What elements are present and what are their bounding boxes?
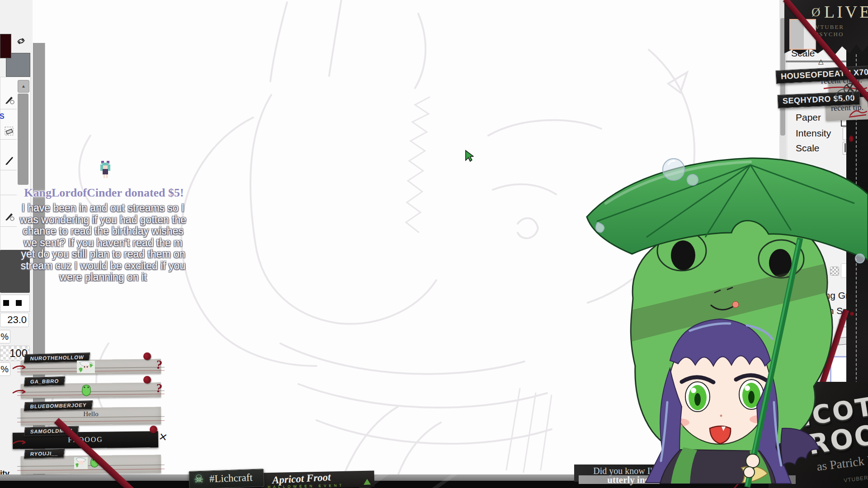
s-tool-icon[interactable]: S xyxy=(0,113,5,121)
tool-scroll-up-button[interactable]: ▲ xyxy=(18,80,29,93)
tip-scribble xyxy=(848,108,868,118)
anime-girl-emote xyxy=(74,457,88,469)
chat-username: RYOUJI__ xyxy=(24,449,65,459)
vtuber-frog-character xyxy=(579,149,868,488)
brush-shape-row xyxy=(0,295,30,312)
wax-seal-icon xyxy=(143,376,151,384)
live-symbol: Ø xyxy=(811,5,821,19)
skull-icon: ☠ xyxy=(193,473,203,486)
stream-screen: ▲ S 23.0 % 100 % ity Scale △ Paper Inten… xyxy=(0,0,868,488)
scale-slider-marker[interactable]: △ xyxy=(818,57,824,66)
streamer-chibi-sprite xyxy=(99,160,112,181)
paper-label: Paper xyxy=(796,112,821,123)
brush-shape-square-1[interactable] xyxy=(3,300,9,306)
brush-shape-square-2[interactable] xyxy=(16,300,22,306)
red-arrow-doodle xyxy=(12,363,28,371)
eraser-tool-icon[interactable] xyxy=(4,126,15,137)
lichcraft-banner: ☠ #Lichcraft xyxy=(189,469,264,488)
min-size-unit: % xyxy=(0,330,10,343)
anime-girl-emote xyxy=(77,361,95,373)
donation-message: I have been in and out streams so I was … xyxy=(8,202,198,283)
lichcraft-hashtag: #Lichcraft xyxy=(209,472,253,485)
pen-tool-icon[interactable] xyxy=(4,155,15,166)
red-arrow-doodle xyxy=(12,388,28,396)
event-banner: Apricot Froot HALLOWEEN EVENT xyxy=(261,470,375,488)
foreground-color-swatch[interactable] xyxy=(0,34,11,58)
wax-seal-icon xyxy=(143,352,151,360)
green-triangle-icon xyxy=(363,479,371,485)
brush-size-field[interactable]: 23.0 xyxy=(0,313,29,327)
chat-username: BLUEBOMBERJOEY xyxy=(24,400,93,411)
live-title: LIVE xyxy=(824,2,868,22)
red-arrow-doodle xyxy=(12,438,28,446)
live-subtitle: VTUBER PSYCHO xyxy=(815,23,868,38)
wax-seal-icon xyxy=(150,426,157,433)
brush-tool-icon[interactable] xyxy=(4,94,15,105)
tool-scrollbar[interactable] xyxy=(18,94,28,185)
swap-colors-icon[interactable] xyxy=(16,36,26,45)
opacity-unit: % xyxy=(0,362,10,376)
chat-message-text: Hello xyxy=(21,410,161,418)
intensity-label: Intensity xyxy=(796,128,831,139)
donation-title: KangLordofCinder donated $5! xyxy=(14,186,194,200)
chat-username: GA_BBRO xyxy=(24,376,66,386)
mouse-cursor xyxy=(464,150,474,162)
frog-emote xyxy=(80,383,92,398)
